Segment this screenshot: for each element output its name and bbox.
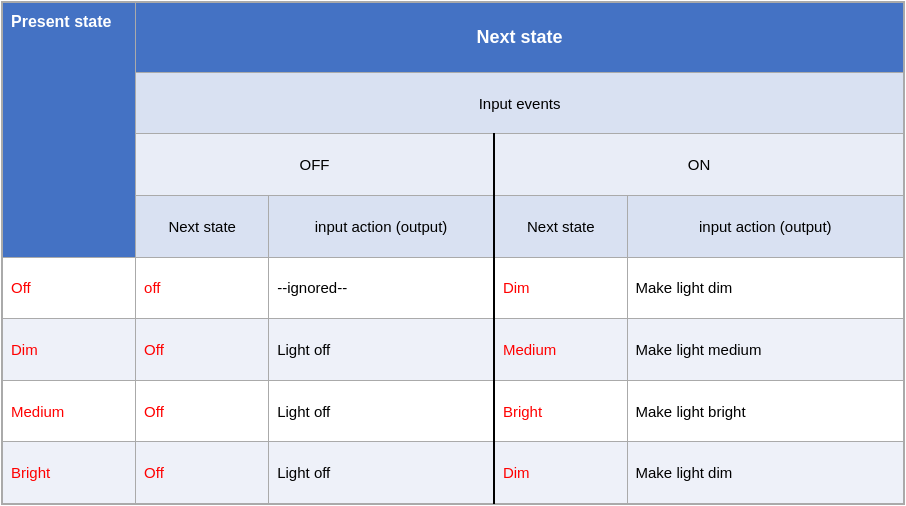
off-action-dim: Light off xyxy=(269,319,494,381)
on-action-medium: Make light bright xyxy=(627,380,903,442)
col-next-state-on: Next state xyxy=(494,195,627,257)
off-next-off: off xyxy=(136,257,269,319)
off-group-header: OFF xyxy=(136,134,494,196)
present-state-header: Present state xyxy=(3,3,136,258)
state-table-wrapper: Present state Next state Input events OF… xyxy=(1,1,905,505)
present-state-dim: Dim xyxy=(3,319,136,381)
on-next-dim: Medium xyxy=(494,319,627,381)
col-input-action-off: input action (output) xyxy=(269,195,494,257)
state-transition-table: Present state Next state Input events OF… xyxy=(2,2,904,504)
on-next-off: Dim xyxy=(494,257,627,319)
present-state-off: Off xyxy=(3,257,136,319)
on-group-header: ON xyxy=(494,134,904,196)
input-events-header: Input events xyxy=(136,72,904,134)
table-row: Medium Off Light off Bright Make light b… xyxy=(3,380,904,442)
present-state-medium: Medium xyxy=(3,380,136,442)
on-next-bright: Dim xyxy=(494,442,627,504)
on-action-bright: Make light dim xyxy=(627,442,903,504)
on-next-medium: Bright xyxy=(494,380,627,442)
off-action-off: --ignored-- xyxy=(269,257,494,319)
on-action-off: Make light dim xyxy=(627,257,903,319)
off-next-bright: Off xyxy=(136,442,269,504)
next-state-header: Next state xyxy=(136,3,904,73)
col-next-state-off: Next state xyxy=(136,195,269,257)
on-action-dim: Make light medium xyxy=(627,319,903,381)
table-row: Bright Off Light off Dim Make light dim xyxy=(3,442,904,504)
col-input-action-on: input action (output) xyxy=(627,195,903,257)
present-state-bright: Bright xyxy=(3,442,136,504)
table-row: Off off --ignored-- Dim Make light dim xyxy=(3,257,904,319)
off-action-bright: Light off xyxy=(269,442,494,504)
table-row: Dim Off Light off Medium Make light medi… xyxy=(3,319,904,381)
off-next-medium: Off xyxy=(136,380,269,442)
off-next-dim: Off xyxy=(136,319,269,381)
off-action-medium: Light off xyxy=(269,380,494,442)
